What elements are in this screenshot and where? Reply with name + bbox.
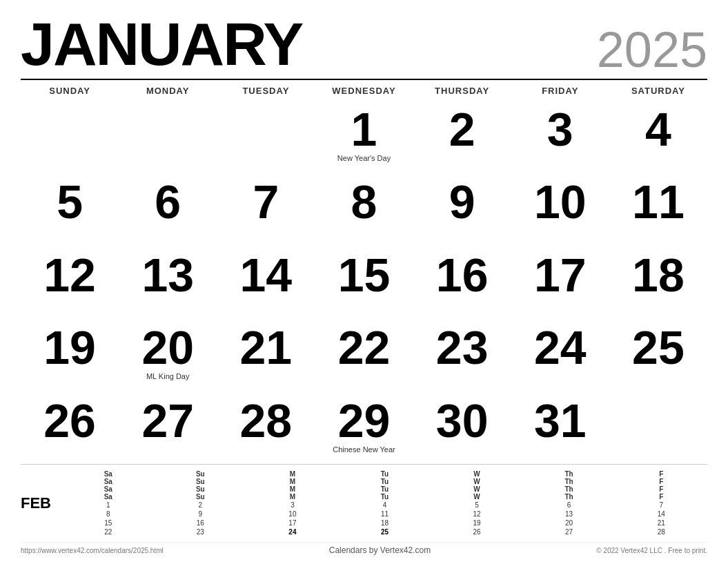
calendar-cell: 27 bbox=[119, 391, 217, 464]
day-header: FRIDAY bbox=[511, 83, 609, 99]
mini-day: 7 bbox=[615, 501, 707, 510]
mini-day-header: Sa bbox=[62, 485, 155, 493]
day-number: 23 bbox=[436, 324, 489, 371]
footer-right: © 2022 Vertex42 LLC . Free to print. bbox=[596, 547, 707, 554]
mini-headers: SaSuMTuWThFSaSuMTuWThFSaSuMTuWThFSaSuMTu… bbox=[62, 470, 707, 501]
day-number: 24 bbox=[534, 324, 587, 371]
mini-day-header: Su bbox=[155, 470, 247, 478]
day-number: 9 bbox=[449, 178, 475, 225]
mini-day-header: W bbox=[431, 470, 523, 478]
mini-day-header: M bbox=[246, 493, 339, 501]
day-header: WEDNESDAY bbox=[315, 83, 413, 99]
day-number: 26 bbox=[43, 397, 96, 444]
holiday-text: Chinese New Year bbox=[333, 445, 395, 454]
calendar-cell: 2 bbox=[413, 100, 511, 173]
calendar-cell: 16 bbox=[413, 246, 511, 318]
calendar-cell: 3 bbox=[511, 100, 609, 173]
day-number: 12 bbox=[43, 251, 96, 298]
year-title: 2025 bbox=[597, 25, 707, 75]
calendar-cell: 20ML King Day bbox=[119, 318, 217, 391]
mini-day-header: Tu bbox=[339, 470, 431, 478]
calendar-cell bbox=[217, 100, 315, 173]
calendar-cell: 10 bbox=[511, 173, 609, 245]
day-number: 19 bbox=[43, 324, 96, 371]
mini-day: 5 bbox=[431, 501, 523, 510]
mini-day: 18 bbox=[339, 519, 431, 527]
calendar-cell: 30 bbox=[413, 391, 511, 464]
day-number: 11 bbox=[632, 178, 685, 225]
calendar-cell: 29Chinese New Year bbox=[315, 391, 413, 464]
calendar-cell: 25 bbox=[609, 318, 707, 391]
calendar-grid: 1New Year's Day2345678910111213141516171… bbox=[21, 100, 707, 464]
day-number: 7 bbox=[253, 178, 279, 225]
mini-day: 24 bbox=[246, 527, 339, 536]
day-number: 15 bbox=[338, 251, 391, 298]
calendar-cell: 7 bbox=[217, 173, 315, 245]
mini-day: 11 bbox=[339, 510, 431, 519]
day-number: 18 bbox=[632, 251, 685, 298]
calendar-cell: 15 bbox=[315, 246, 413, 318]
mini-day: 23 bbox=[155, 527, 247, 536]
calendar-cell: 17 bbox=[511, 246, 609, 318]
mini-day: 13 bbox=[523, 510, 616, 519]
calendar-cell: 24 bbox=[511, 318, 609, 391]
mini-month-label: FEB bbox=[21, 494, 55, 512]
calendar-cell: 6 bbox=[119, 173, 217, 245]
calendar-cell: 23 bbox=[413, 318, 511, 391]
header-row: JANUARY 2025 bbox=[21, 14, 707, 75]
mini-day: 14 bbox=[615, 510, 707, 519]
mini-day-header: Sa bbox=[62, 478, 155, 485]
calendar-cell: 13 bbox=[119, 246, 217, 318]
mini-day: 27 bbox=[523, 527, 616, 536]
calendar-container: JANUARY 2025 SUNDAYMONDAYTUESDAYWEDNESDA… bbox=[0, 0, 728, 562]
mini-day-header: Tu bbox=[339, 493, 431, 501]
calendar-cell: 18 bbox=[609, 246, 707, 318]
calendar-cell: 14 bbox=[217, 246, 315, 318]
mini-day-header: M bbox=[246, 485, 339, 493]
calendar-cell: 9 bbox=[413, 173, 511, 245]
day-number: 27 bbox=[141, 397, 194, 444]
calendar-cell: 1New Year's Day bbox=[315, 100, 413, 173]
calendar-cell bbox=[609, 391, 707, 464]
footer-left: https://www.vertex42.com/calendars/2025.… bbox=[21, 547, 164, 554]
mini-day: 2 bbox=[155, 501, 247, 510]
day-number: 30 bbox=[436, 397, 489, 444]
calendar-cell: 12 bbox=[21, 246, 119, 318]
mini-day-header: F bbox=[615, 493, 707, 501]
mini-calendar-section: FEB SaSuMTuWThFSaSuMTuWThFSaSuMTuWThFSaS… bbox=[21, 464, 707, 539]
calendar-cell: 5 bbox=[21, 173, 119, 245]
mini-day: 12 bbox=[431, 510, 523, 519]
mini-day-header: M bbox=[246, 470, 339, 478]
mini-day-header: Su bbox=[155, 485, 247, 493]
mini-day: 1 bbox=[62, 501, 155, 510]
mini-day: 10 bbox=[246, 510, 339, 519]
day-number: 6 bbox=[155, 178, 181, 225]
mini-day-header: F bbox=[615, 485, 707, 493]
mini-day: 4 bbox=[339, 501, 431, 510]
mini-day-header: Tu bbox=[339, 478, 431, 485]
day-number: 22 bbox=[338, 324, 391, 371]
mini-day: 16 bbox=[155, 519, 247, 527]
day-number: 10 bbox=[534, 178, 587, 225]
mini-day-header: Th bbox=[523, 485, 616, 493]
day-number: 14 bbox=[240, 251, 293, 298]
mini-day-header: Th bbox=[523, 470, 616, 478]
month-title: JANUARY bbox=[21, 14, 302, 75]
day-number: 1 bbox=[351, 106, 377, 153]
day-number: 2 bbox=[449, 106, 475, 153]
calendar-cell bbox=[119, 100, 217, 173]
mini-day: 20 bbox=[523, 519, 616, 527]
mini-day-header: Tu bbox=[339, 485, 431, 493]
mini-day-header: M bbox=[246, 478, 339, 485]
mini-day-header: Su bbox=[155, 493, 247, 501]
calendar-cell: 22 bbox=[315, 318, 413, 391]
mini-day: 8 bbox=[62, 510, 155, 519]
day-number: 3 bbox=[547, 106, 573, 153]
mini-day: 21 bbox=[615, 519, 707, 527]
day-header: THURSDAY bbox=[413, 83, 511, 99]
mini-day: 3 bbox=[246, 501, 339, 510]
mini-day: 25 bbox=[339, 527, 431, 536]
mini-days: 1234567891011121314151617181920212223242… bbox=[62, 501, 707, 536]
day-header: TUESDAY bbox=[217, 83, 315, 99]
calendar-cell: 26 bbox=[21, 391, 119, 464]
